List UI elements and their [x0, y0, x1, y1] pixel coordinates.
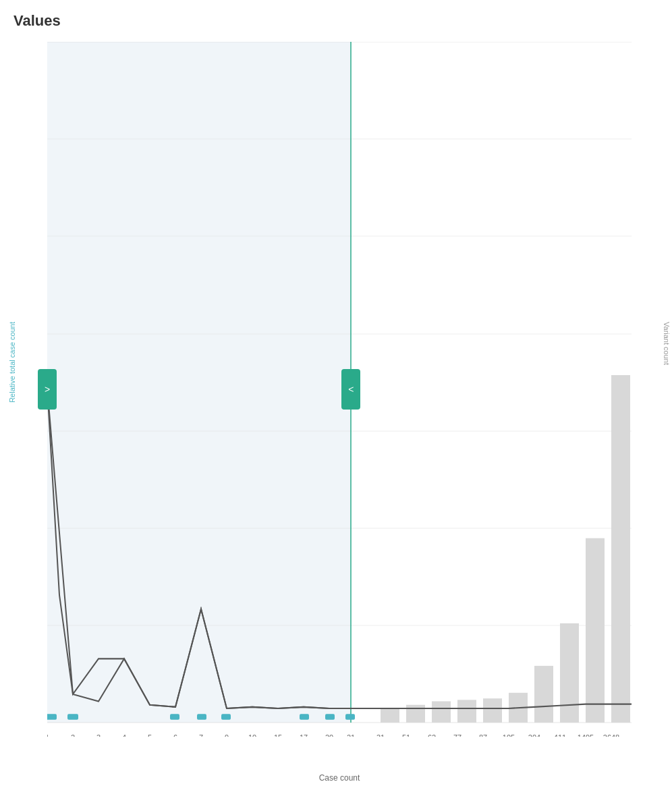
svg-rect-17: [560, 623, 579, 723]
svg-rect-62: [221, 714, 231, 719]
right-drag-handle[interactable]: <: [341, 369, 360, 410]
svg-rect-10: [381, 708, 399, 723]
svg-rect-63: [300, 714, 309, 719]
page-title: Values: [0, 0, 672, 35]
svg-text:51: 51: [402, 733, 410, 737]
svg-rect-58: [47, 714, 57, 719]
svg-text:411: 411: [554, 733, 566, 737]
svg-text:10: 10: [248, 733, 256, 737]
left-handle-icon: >: [45, 384, 50, 395]
svg-rect-59: [67, 714, 78, 719]
svg-text:5: 5: [148, 733, 152, 737]
svg-text:87: 87: [479, 733, 487, 737]
y-axis-right-title: Variant count: [663, 322, 671, 457]
svg-rect-16: [534, 666, 553, 723]
svg-text:17: 17: [300, 733, 308, 737]
svg-text:1: 1: [47, 733, 49, 737]
svg-rect-64: [325, 714, 335, 719]
chart-svg: 60% 50% 40% 30% 20% 10% % 35 30 25 20 15…: [47, 42, 632, 737]
svg-text:9: 9: [225, 733, 229, 737]
svg-text:7: 7: [199, 733, 203, 737]
svg-rect-14: [483, 698, 502, 723]
svg-text:62: 62: [428, 733, 436, 737]
left-drag-handle[interactable]: >: [38, 369, 57, 410]
svg-rect-12: [432, 701, 451, 723]
svg-text:6: 6: [173, 733, 177, 737]
svg-rect-65: [345, 714, 355, 719]
x-axis-title: Case count: [319, 773, 360, 783]
svg-rect-60: [170, 714, 179, 719]
svg-rect-11: [406, 705, 425, 723]
svg-text:2648: 2648: [603, 733, 619, 737]
svg-text:20: 20: [325, 733, 333, 737]
svg-text:1495: 1495: [578, 733, 594, 737]
svg-rect-0: [47, 42, 351, 723]
svg-text:15: 15: [274, 733, 282, 737]
svg-text:31: 31: [376, 733, 385, 737]
svg-text:2: 2: [71, 733, 75, 737]
svg-rect-13: [457, 700, 476, 723]
chart-area: Relative total case count Variant count: [47, 42, 632, 737]
svg-text:21: 21: [347, 733, 355, 737]
y-axis-left-title: Relative total case count: [8, 322, 16, 457]
chart-container: Relative total case count Variant count: [0, 35, 672, 786]
svg-text:105: 105: [503, 733, 515, 737]
svg-rect-61: [197, 714, 206, 719]
svg-text:204: 204: [528, 733, 540, 737]
svg-text:3: 3: [96, 733, 101, 737]
right-handle-icon: <: [348, 384, 354, 395]
svg-text:4: 4: [122, 733, 126, 737]
svg-text:77: 77: [453, 733, 461, 737]
svg-rect-18: [586, 538, 605, 723]
svg-rect-19: [611, 375, 630, 723]
